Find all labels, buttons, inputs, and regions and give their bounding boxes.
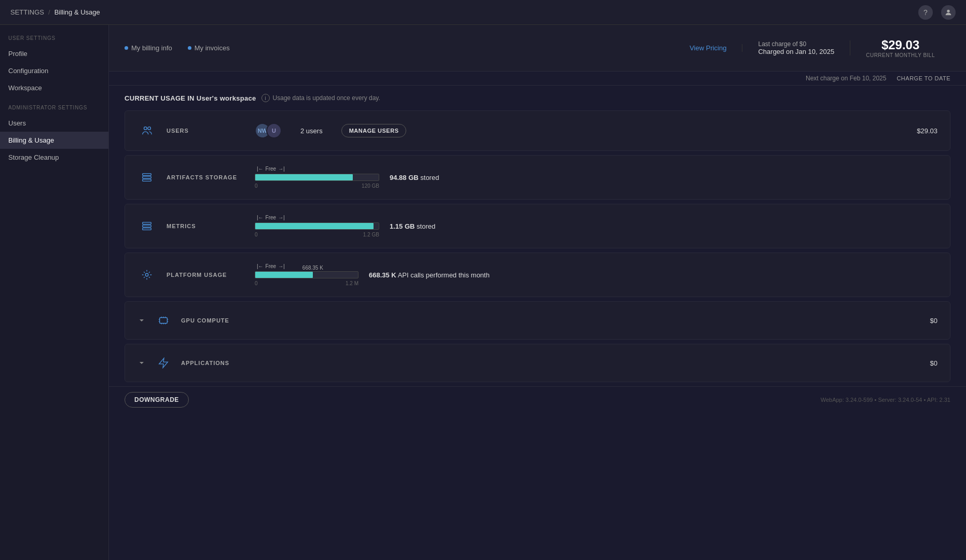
metrics-bar-range: 0 1.2 GB bbox=[255, 232, 379, 237]
monthly-amount: $29.03 bbox=[866, 38, 935, 52]
applications-icon bbox=[154, 354, 173, 372]
dot-icon bbox=[125, 46, 128, 50]
platform-usage-icon bbox=[137, 265, 156, 284]
artifacts-progress-bar bbox=[255, 174, 379, 181]
avatar-u: U bbox=[266, 123, 282, 138]
gpu-compute-name: GPU COMPUTE bbox=[181, 317, 922, 324]
metrics-value-text: 1.15 GB stored bbox=[390, 222, 435, 230]
svg-rect-10 bbox=[160, 318, 168, 324]
user-settings-label: USER SETTINGS bbox=[0, 35, 108, 41]
header-icons: ? bbox=[918, 5, 956, 20]
top-header: SETTINGS / Billing & Usage ? bbox=[0, 0, 966, 25]
platform-value-text: 668.35 K API calls performed this month bbox=[369, 271, 490, 279]
platform-fill: 668.35 K bbox=[255, 272, 313, 278]
user-count: 2 users bbox=[300, 127, 323, 135]
usage-info-text: Usage data is updated once every day. bbox=[273, 94, 380, 102]
metrics-bar-max: 1.2 GB bbox=[363, 232, 379, 237]
usage-section: CURRENT USAGE IN User's workspace i Usag… bbox=[109, 86, 966, 386]
artifacts-bar-min: 0 bbox=[255, 183, 258, 189]
platform-bar-value-marker: 668.35 K bbox=[302, 265, 323, 271]
metrics-name: METRICS bbox=[167, 223, 244, 229]
downgrade-button[interactable]: DOWNGRADE bbox=[125, 392, 189, 408]
last-charge-label: Last charge of $0 bbox=[758, 40, 834, 48]
metrics-icon bbox=[137, 217, 156, 235]
metrics-card: METRICS |← Free →| 0 1.2 GB bbox=[125, 204, 950, 248]
breadcrumb-settings: SETTINGS bbox=[10, 8, 44, 16]
view-pricing-button[interactable]: View Pricing bbox=[674, 44, 742, 52]
artifacts-fill bbox=[255, 174, 353, 180]
version-info: WebApp: 3.24.0-599 • Server: 3.24.0-54 •… bbox=[821, 397, 950, 403]
usage-title: CURRENT USAGE IN User's workspace bbox=[125, 94, 256, 102]
gpu-compute-card[interactable]: GPU COMPUTE $0 bbox=[125, 301, 950, 340]
admin-settings-label: ADMINISTRATOR SETTINGS bbox=[0, 105, 108, 110]
platform-bar-section: |← Free →| 668.35 K 0 1.2 M bbox=[255, 263, 358, 286]
manage-users-button[interactable]: MANAGE USERS bbox=[341, 124, 407, 137]
metrics-bar-section: |← Free →| 0 1.2 GB bbox=[255, 215, 379, 237]
next-charge-text: Next charge on Feb 10, 2025 bbox=[806, 75, 886, 82]
info-icon[interactable]: i bbox=[261, 94, 270, 102]
artifacts-storage-card: ARTIFACTS STORAGE |← Free →| 0 120 GB bbox=[125, 155, 950, 200]
svg-point-2 bbox=[148, 127, 151, 130]
platform-progress-bar: 668.35 K bbox=[255, 271, 358, 278]
sidebar-item-configuration[interactable]: Configuration bbox=[0, 62, 108, 79]
users-card: USERS NW U 2 users MANAGE USERS $29.03 bbox=[125, 110, 950, 151]
billing-nav-invoices[interactable]: My invoices bbox=[188, 41, 230, 55]
platform-free-label: Free bbox=[266, 263, 277, 269]
gpu-compute-icon bbox=[154, 311, 173, 330]
users-card-name: USERS bbox=[167, 128, 244, 134]
charged-date: Charged on Jan 10, 2025 bbox=[758, 48, 834, 55]
sidebar-item-users[interactable]: Users bbox=[0, 115, 108, 132]
usage-header: CURRENT USAGE IN User's workspace i Usag… bbox=[125, 94, 950, 102]
breadcrumb-sep: / bbox=[48, 8, 50, 16]
svg-point-1 bbox=[144, 127, 147, 130]
platform-value-suffix: API calls performed this month bbox=[398, 271, 490, 279]
artifacts-bar-section: |← Free →| 0 120 GB bbox=[255, 166, 379, 189]
artifacts-value-suffix: stored bbox=[420, 174, 439, 181]
svg-marker-11 bbox=[159, 358, 168, 368]
users-price: $29.03 bbox=[917, 127, 937, 135]
metrics-bar-min: 0 bbox=[255, 232, 258, 237]
artifacts-value: 94.88 GB bbox=[390, 174, 419, 181]
sidebar-item-storage-cleanup[interactable]: Storage Cleanup bbox=[0, 149, 108, 166]
users-avatars: NW U bbox=[255, 123, 282, 138]
svg-rect-6 bbox=[143, 222, 151, 225]
bottom-bar: DOWNGRADE WebApp: 3.24.0-599 • Server: 3… bbox=[109, 386, 966, 412]
artifacts-bar-range: 0 120 GB bbox=[255, 183, 379, 189]
breadcrumb-current: Billing & Usage bbox=[54, 8, 100, 16]
user-avatar-icon[interactable] bbox=[941, 5, 956, 20]
svg-point-9 bbox=[145, 273, 148, 276]
metrics-progress-bar bbox=[255, 222, 379, 230]
help-icon[interactable]: ? bbox=[918, 5, 933, 20]
main-layout: USER SETTINGS Profile Configuration Work… bbox=[0, 25, 966, 560]
artifacts-bar-max: 120 GB bbox=[362, 183, 379, 189]
users-icon bbox=[137, 121, 156, 140]
svg-rect-8 bbox=[143, 228, 151, 230]
artifacts-bar-labels: |← Free →| bbox=[255, 166, 379, 172]
applications-price: $0 bbox=[930, 359, 937, 367]
svg-point-0 bbox=[947, 9, 949, 12]
platform-usage-name: PLATFORM USAGE bbox=[167, 272, 244, 278]
content-area: My billing info My invoices View Pricing… bbox=[109, 25, 966, 560]
sidebar-item-workspace[interactable]: Workspace bbox=[0, 79, 108, 96]
metrics-fill bbox=[255, 223, 374, 229]
gpu-compute-price: $0 bbox=[930, 317, 937, 325]
platform-bar-max: 1.2 M bbox=[346, 281, 358, 286]
sidebar-item-profile[interactable]: Profile bbox=[0, 45, 108, 62]
charge-info: Last charge of $0 Charged on Jan 10, 202… bbox=[742, 40, 850, 55]
platform-usage-card: PLATFORM USAGE |← Free →| 668.35 K 0 bbox=[125, 253, 950, 297]
sidebar-item-billing[interactable]: Billing & Usage bbox=[0, 132, 108, 149]
billing-nav-my-billing[interactable]: My billing info bbox=[125, 41, 172, 55]
metrics-bar-labels: |← Free →| bbox=[255, 215, 379, 220]
platform-bar-range: 0 1.2 M bbox=[255, 281, 358, 286]
billing-header: My billing info My invoices View Pricing… bbox=[109, 25, 966, 72]
platform-value: 668.35 K bbox=[369, 271, 396, 279]
metrics-value: 1.15 GB bbox=[390, 222, 415, 230]
chevron-down-icon bbox=[137, 316, 146, 325]
next-charge-bar: Next charge on Feb 10, 2025 CHARGE TO DA… bbox=[109, 72, 966, 86]
applications-card[interactable]: APPLICATIONS $0 bbox=[125, 344, 950, 382]
monthly-bill: $29.03 CURRENT MONTHLY BILL bbox=[850, 38, 950, 58]
billing-nav: My billing info My invoices bbox=[125, 41, 674, 55]
usage-info: i Usage data is updated once every day. bbox=[261, 94, 380, 102]
svg-rect-4 bbox=[143, 176, 151, 178]
metrics-value-suffix: stored bbox=[417, 222, 435, 230]
